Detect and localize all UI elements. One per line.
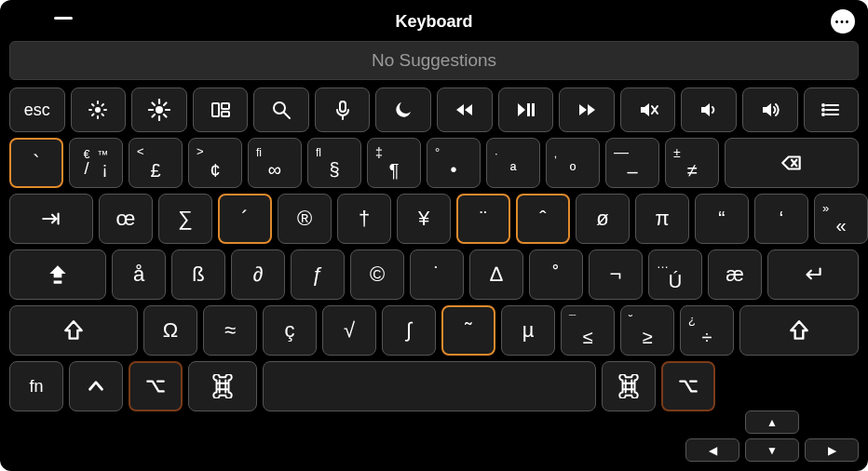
arrow-left-key[interactable]: ◀ (685, 438, 739, 462)
left-command-key[interactable] (188, 361, 257, 411)
fhook-key[interactable]: ƒ (291, 249, 345, 300)
grave-key[interactable]: ` (9, 138, 63, 188)
arrow-down-key[interactable]: ▼ (745, 438, 799, 462)
ordmasc-key[interactable]: ‚ º (546, 138, 600, 188)
yen-key[interactable]: ¥ (397, 194, 451, 244)
brightness-up-key[interactable] (131, 87, 187, 132)
rewind-icon (454, 99, 476, 121)
mission-control-key[interactable] (193, 87, 249, 132)
svg-rect-26 (532, 103, 535, 116)
not-key[interactable]: ¬ (589, 249, 643, 300)
oslash-key[interactable]: ø (576, 194, 630, 244)
svg-line-7 (92, 114, 94, 116)
caps-lock-key[interactable] (9, 249, 106, 300)
lessequal-key[interactable]: ¯≤ (561, 305, 615, 356)
dagger-key[interactable]: † (337, 194, 391, 244)
search-icon (270, 99, 292, 121)
ring-accent-key[interactable]: ˚ (529, 249, 583, 300)
window-title: Keyboard (395, 12, 472, 32)
right-option-key[interactable] (661, 361, 715, 411)
omega-key[interactable]: Ω (143, 305, 197, 356)
close-button[interactable] (13, 11, 35, 34)
division-key[interactable]: ¿÷ (680, 305, 734, 356)
suggestion-bar[interactable]: No Suggestions (9, 41, 859, 80)
pi-key[interactable]: π (635, 194, 689, 244)
notequal-key[interactable]: ± ≠ (665, 138, 719, 188)
partial-key[interactable]: ∂ (231, 249, 285, 300)
greaterequal-key[interactable]: ˘≥ (620, 305, 674, 356)
number-row: ` €™ /¡ < £ > ¢ fi ∞ fl § ‡ (9, 138, 859, 188)
right-shift-key[interactable] (739, 305, 859, 356)
diaeresis-key[interactable]: ¨ (456, 194, 510, 244)
overdot-key[interactable]: ˙ (410, 249, 464, 300)
right-command-key[interactable] (602, 361, 656, 411)
oe-key[interactable]: œ (99, 194, 153, 244)
volume-up-key[interactable] (742, 87, 798, 132)
registered-key[interactable]: ® (278, 194, 332, 244)
volume-down-key[interactable] (681, 87, 737, 132)
bottom-row: fn ▲ (9, 361, 859, 411)
keyboard-grid: esc ` €™ /¡ < £ > ¢ fi ∞ fl § (9, 87, 859, 411)
sqrt-key[interactable]: √ (322, 305, 376, 356)
arrow-up-key[interactable]: ▲ (745, 410, 799, 434)
forward-key[interactable] (559, 87, 615, 132)
endash-key[interactable]: — – (605, 138, 659, 188)
bullet-key[interactable]: ° • (427, 138, 481, 188)
ldquo-key[interactable]: “ (695, 194, 749, 244)
shift-row: Ω≈ç√∫˜µ¯≤˘≥¿÷ (9, 305, 859, 356)
svg-line-5 (92, 104, 94, 106)
backspace-icon (780, 151, 804, 175)
caret-key[interactable]: ˆ (516, 194, 570, 244)
arrow-right-key[interactable]: ▶ (805, 438, 859, 462)
spotlight-key[interactable] (253, 87, 309, 132)
svg-rect-18 (212, 103, 219, 116)
fn-key[interactable]: fn (9, 361, 63, 411)
function-row: esc (9, 87, 859, 132)
cent-key[interactable]: > ¢ (188, 138, 242, 188)
approx-key[interactable]: ≈ (203, 305, 257, 356)
ordfem-key[interactable]: · ª (486, 138, 540, 188)
left-shift-key[interactable] (9, 305, 138, 356)
guillemet-key[interactable]: »« (814, 194, 868, 244)
mute-key[interactable] (620, 87, 676, 132)
play-pause-key[interactable] (498, 87, 554, 132)
vol-low-icon (698, 99, 720, 121)
escape-key[interactable]: esc (9, 87, 65, 132)
infinity-key[interactable]: fi ∞ (248, 138, 302, 188)
svg-rect-20 (222, 112, 229, 116)
integral-key[interactable]: ∫ (382, 305, 436, 356)
tilde-key[interactable]: ˜ (441, 305, 495, 356)
sigma-key[interactable]: ∑ (158, 194, 212, 244)
copyright-key[interactable]: © (350, 249, 404, 300)
shift-up-icon (61, 318, 86, 343)
brightness-down-key[interactable] (71, 87, 127, 132)
tab-key[interactable] (9, 194, 93, 244)
slash-exclaim-key[interactable]: €™ /¡ (69, 138, 123, 188)
delete-key[interactable] (725, 138, 859, 188)
rewind-key[interactable] (437, 87, 493, 132)
dictation-key[interactable] (315, 87, 371, 132)
options-key[interactable] (804, 87, 860, 132)
minimize-button[interactable] (54, 17, 73, 20)
pilcrow-key[interactable]: ‡ ¶ (367, 138, 421, 188)
u-acute-key[interactable]: …Ú (648, 249, 702, 300)
do-not-disturb-key[interactable] (375, 87, 431, 132)
mu-key[interactable]: µ (501, 305, 555, 356)
svg-line-8 (102, 104, 104, 106)
ae-key[interactable]: æ (708, 249, 762, 300)
return-key[interactable] (767, 249, 859, 300)
qwerty-row: œ∑´®†¥¨ˆøπ“‘»« (9, 194, 859, 244)
more-button[interactable]: ••• (831, 9, 855, 34)
section-key[interactable]: fl § (307, 138, 361, 188)
lsquo-key[interactable]: ‘ (754, 194, 808, 244)
aring-key[interactable]: å (112, 249, 166, 300)
left-option-key[interactable] (129, 361, 183, 411)
spacebar-key[interactable] (263, 361, 596, 411)
ccedilla-key[interactable]: ç (263, 305, 317, 356)
pound-key[interactable]: < £ (129, 138, 183, 188)
delta-key[interactable]: ∆ (469, 249, 523, 300)
control-icon (84, 374, 108, 398)
left-control-key[interactable] (69, 361, 123, 411)
eszett-key[interactable]: ß (171, 249, 225, 300)
acute-key[interactable]: ´ (218, 194, 272, 244)
